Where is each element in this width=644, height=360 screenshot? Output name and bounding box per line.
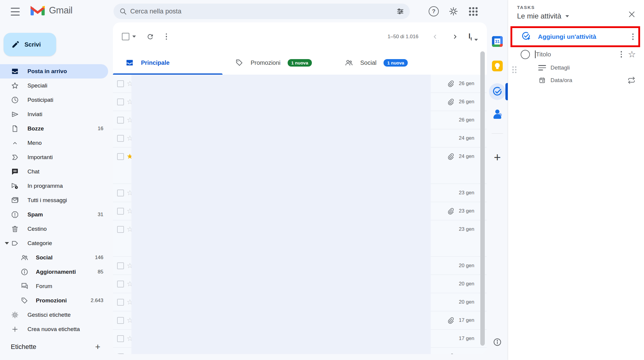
- email-content-redacted[interactable]: [131, 202, 431, 220]
- search-filters-icon[interactable]: [394, 5, 407, 18]
- get-addons-icon[interactable]: +: [494, 151, 501, 163]
- expand-caret-icon[interactable]: [5, 242, 9, 244]
- email-row[interactable]: 24 gen: [113, 129, 487, 147]
- tab-promozioni[interactable]: Promozioni 1 nuova: [223, 51, 332, 75]
- email-row[interactable]: 20 gen: [113, 275, 487, 293]
- email-content-redacted[interactable]: [131, 111, 431, 129]
- email-row[interactable]: 17 gen: [113, 311, 487, 330]
- input-tools-selector[interactable]: It: [469, 32, 478, 41]
- search-icon[interactable]: [116, 5, 130, 18]
- sidebar-item-gestisci-etichette[interactable]: Gestisci etichette: [0, 308, 108, 322]
- compose-button[interactable]: Scrivi: [4, 33, 56, 56]
- email-content-redacted[interactable]: [131, 147, 431, 184]
- task-list-selector[interactable]: Le mie attività: [517, 12, 569, 20]
- email-row[interactable]: 24 gen: [113, 147, 487, 184]
- add-task-more-icon[interactable]: [632, 33, 634, 40]
- email-content-redacted[interactable]: [131, 93, 431, 111]
- email-row[interactable]: 26 gen: [113, 93, 487, 111]
- email-row[interactable]: 23 gen: [113, 184, 487, 202]
- sidebar-item-meno[interactable]: Meno: [0, 136, 108, 150]
- tasks-app-icon[interactable]: [489, 83, 506, 100]
- email-checkbox[interactable]: [117, 299, 124, 306]
- email-checkbox[interactable]: [117, 317, 124, 324]
- sidebar-item-speciali[interactable]: Speciali: [0, 79, 108, 93]
- email-checkbox[interactable]: [117, 190, 124, 196]
- help-icon[interactable]: ?: [428, 6, 439, 17]
- email-content-redacted[interactable]: [131, 348, 431, 354]
- sidebar-item-crea-nuova-etichetta[interactable]: Crea nuova etichetta: [0, 322, 108, 336]
- calendar-app-icon[interactable]: 31: [492, 36, 503, 47]
- email-checkbox[interactable]: [117, 208, 124, 215]
- email-row[interactable]: 20 gen: [113, 293, 487, 311]
- sidebar-item-social[interactable]: Social 146: [0, 250, 108, 265]
- sidebar-item-promozioni[interactable]: Promozioni 2.643: [0, 293, 108, 308]
- task-title-input[interactable]: Titolo: [535, 50, 621, 58]
- email-row[interactable]: 23 gen: [113, 220, 487, 257]
- email-row[interactable]: 26 gen: [113, 111, 487, 129]
- select-dropdown-icon[interactable]: [132, 36, 136, 38]
- apps-grid-icon[interactable]: [468, 6, 479, 17]
- email-checkbox[interactable]: [117, 80, 124, 87]
- sidebar-item-inviati[interactable]: Inviati: [0, 107, 108, 121]
- email-checkbox[interactable]: [117, 335, 124, 342]
- email-content-redacted[interactable]: [131, 311, 431, 330]
- tab-social[interactable]: Social 1 nuova: [332, 51, 442, 75]
- email-content-redacted[interactable]: [131, 293, 431, 311]
- select-all-checkbox[interactable]: [122, 33, 129, 40]
- search-input[interactable]: [130, 7, 394, 16]
- sidebar-item-tutti-i-messaggi[interactable]: Tutti i messaggi: [0, 193, 108, 207]
- task-complete-circle[interactable]: [521, 50, 530, 59]
- email-row[interactable]: 16 gen: [113, 348, 487, 354]
- main-menu-icon[interactable]: [11, 7, 20, 16]
- email-content-redacted[interactable]: [131, 75, 431, 93]
- email-checkbox[interactable]: [117, 135, 124, 142]
- sidebar-item-posticipati[interactable]: Posticipati: [0, 93, 108, 107]
- task-options-icon[interactable]: [621, 51, 622, 58]
- sidebar-item-chat[interactable]: Chat: [0, 164, 108, 179]
- sidebar-item-aggiornamenti[interactable]: Aggiornamenti 85: [0, 265, 108, 279]
- tab-principale[interactable]: Principale: [113, 51, 223, 75]
- email-content-redacted[interactable]: [131, 129, 431, 147]
- email-checkbox[interactable]: [117, 99, 124, 105]
- email-checkbox[interactable]: [117, 226, 124, 233]
- newer-chevron-icon[interactable]: [429, 31, 441, 43]
- add-task-button[interactable]: Aggiungi un'attività: [508, 27, 644, 47]
- search-bar[interactable]: [114, 4, 410, 19]
- email-row[interactable]: 26 gen: [113, 75, 487, 93]
- sidebar-item-forum[interactable]: Forum: [0, 279, 108, 293]
- email-checkbox[interactable]: [117, 262, 124, 269]
- email-row[interactable]: 17 gen: [113, 330, 487, 348]
- repeat-icon[interactable]: [628, 76, 635, 84]
- email-row[interactable]: 23 gen: [113, 202, 487, 220]
- email-checkbox[interactable]: [117, 117, 124, 124]
- add-label-icon[interactable]: +: [95, 342, 100, 352]
- contacts-app-icon[interactable]: [492, 109, 502, 119]
- email-content-redacted[interactable]: [131, 184, 431, 202]
- keep-app-icon[interactable]: [492, 61, 503, 71]
- email-checkbox[interactable]: [117, 353, 124, 354]
- email-checkbox[interactable]: [117, 281, 124, 287]
- refresh-icon[interactable]: [144, 30, 157, 43]
- gear-icon[interactable]: [448, 6, 459, 17]
- task-star-icon[interactable]: ☆: [628, 50, 636, 59]
- sidebar-item-cestino[interactable]: Cestino: [0, 222, 108, 236]
- sidebar-item-bozze[interactable]: Bozze 16: [0, 121, 108, 136]
- mail-scrollbar[interactable]: [480, 51, 485, 346]
- email-content-redacted[interactable]: [131, 257, 431, 275]
- email-checkbox[interactable]: [117, 153, 124, 160]
- email-row[interactable]: 20 gen: [113, 257, 487, 275]
- older-chevron-icon[interactable]: [449, 31, 461, 43]
- sidebar-item-importanti[interactable]: Importanti: [0, 150, 108, 164]
- info-icon[interactable]: [493, 338, 502, 347]
- more-options-icon[interactable]: [160, 30, 173, 43]
- email-content-redacted[interactable]: [131, 275, 431, 293]
- sidebar-item-categorie[interactable]: Categorie: [0, 236, 108, 250]
- email-content-redacted[interactable]: [131, 330, 431, 348]
- sidebar-item-posta-in-arrivo[interactable]: Posta in arrivo: [0, 64, 108, 79]
- sidebar-item-in-programma[interactable]: In programma: [0, 179, 108, 193]
- email-content-redacted[interactable]: [131, 220, 431, 257]
- task-details-row[interactable]: Dettagli: [508, 61, 644, 74]
- task-datetime-row[interactable]: Data/ora: [508, 74, 644, 87]
- close-panel-icon[interactable]: [626, 8, 638, 20]
- sidebar-item-spam[interactable]: Spam 31: [0, 207, 108, 222]
